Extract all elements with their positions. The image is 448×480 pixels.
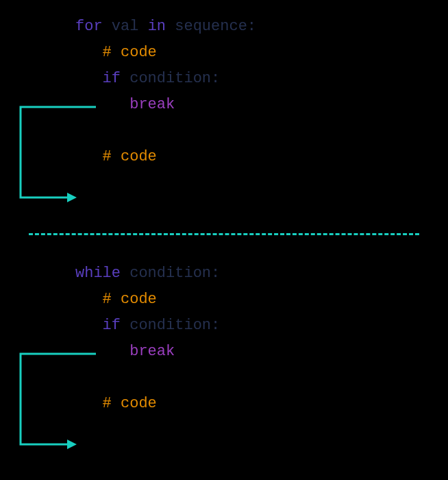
- keyword-if: if: [103, 317, 121, 334]
- for-loop-block: for val in sequence: # code if condition…: [75, 14, 256, 170]
- identifier-condition: condition: [121, 70, 211, 87]
- blank-line: [75, 118, 256, 144]
- comment-code: # code: [103, 148, 157, 165]
- colon: :: [211, 265, 220, 282]
- colon: :: [247, 18, 256, 35]
- while-loop-block: while condition: # code if condition: br…: [75, 261, 220, 417]
- identifier-sequence: sequence: [166, 18, 247, 35]
- svg-marker-1: [67, 440, 77, 449]
- if-line: if condition:: [75, 66, 256, 92]
- comment-code: # code: [103, 395, 157, 412]
- identifier-condition: condition: [121, 317, 211, 334]
- for-line: for val in sequence:: [75, 14, 256, 40]
- comment-code: # code: [103, 44, 157, 61]
- comment-line-1: # code: [75, 40, 256, 66]
- keyword-break: break: [129, 343, 175, 360]
- colon: :: [211, 70, 220, 87]
- comment-line-1: # code: [75, 287, 220, 313]
- comment-line-2: # code: [75, 391, 220, 417]
- keyword-for: for: [75, 18, 103, 35]
- identifier-val: val: [103, 18, 148, 35]
- while-line: while condition:: [75, 261, 220, 287]
- keyword-while: while: [75, 265, 121, 282]
- comment-code: # code: [103, 291, 157, 308]
- if-line: if condition:: [75, 313, 220, 339]
- diagram-container: for val in sequence: # code if condition…: [0, 0, 448, 480]
- keyword-in: in: [148, 18, 166, 35]
- colon: :: [211, 317, 220, 334]
- blank-line: [75, 365, 220, 391]
- comment-line-2: # code: [75, 144, 256, 170]
- keyword-break: break: [129, 96, 175, 113]
- identifier-condition: condition: [121, 265, 211, 282]
- break-line: break: [75, 92, 256, 118]
- break-line: break: [75, 339, 220, 365]
- svg-marker-0: [67, 193, 77, 202]
- keyword-if: if: [103, 70, 121, 87]
- section-divider: [29, 233, 419, 235]
